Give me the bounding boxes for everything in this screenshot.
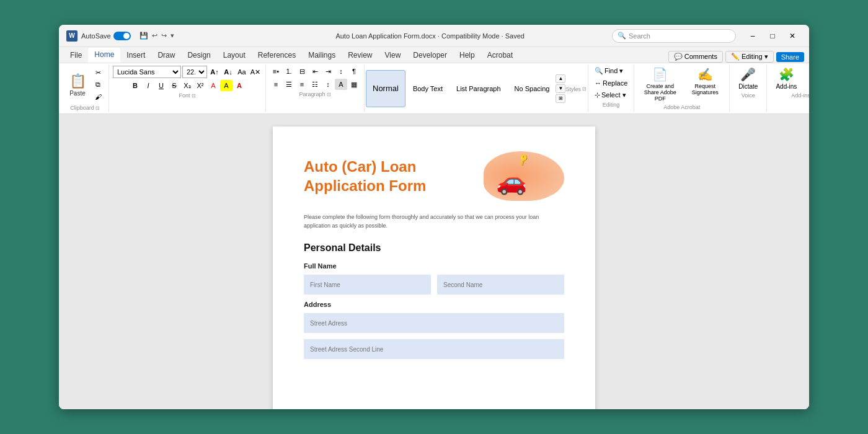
replace-button[interactable]: ↔ Replace <box>592 78 630 88</box>
format-painter-button[interactable]: 🖌 <box>91 91 105 102</box>
comments-button[interactable]: 💬 Comments <box>668 51 723 63</box>
select-button[interactable]: ⊹ Select ▾ <box>592 90 630 100</box>
tab-references[interactable]: References <box>252 48 302 63</box>
justify-button[interactable]: ☷ <box>309 79 321 90</box>
styles-scroll-up[interactable]: ▲ <box>556 74 565 83</box>
shading-button[interactable]: A <box>335 79 347 90</box>
replace-icon: ↔ <box>595 79 601 87</box>
editing-text: Editing <box>603 102 620 108</box>
styles-expand-icon[interactable]: ⊡ <box>582 86 587 92</box>
increase-font-button[interactable]: A↑ <box>208 66 221 78</box>
street-address-input[interactable] <box>304 313 564 333</box>
bullets-button[interactable]: ≡• <box>270 66 282 77</box>
style-normal[interactable]: Normal <box>366 70 405 107</box>
search-container[interactable]: 🔍 Search <box>612 29 736 43</box>
ribbon-group-font: Lucida Sans 22.5 A↑ A↓ Aa A✕ B I U S X₂ … <box>109 64 266 112</box>
form-header: Auto (Car) Loan Application Form 🔑 🚗 <box>304 151 564 201</box>
align-center-button[interactable]: ☰ <box>283 79 295 90</box>
superscript-button[interactable]: X² <box>194 80 206 91</box>
align-left-button[interactable]: ≡ <box>270 79 282 90</box>
more-icon[interactable]: ▾ <box>170 32 174 40</box>
minimize-button[interactable]: – <box>743 29 762 43</box>
clear-formatting-button[interactable]: A✕ <box>249 66 262 78</box>
styles-text: Styles <box>565 86 581 92</box>
cut-button[interactable]: ✂ <box>91 68 105 79</box>
dictate-button[interactable]: 🎤 Dictate <box>733 66 763 91</box>
tab-layout[interactable]: Layout <box>217 48 252 63</box>
redo-icon[interactable]: ↪ <box>161 32 167 40</box>
tab-view[interactable]: View <box>379 48 407 63</box>
street-address2-input[interactable] <box>304 339 564 359</box>
save-icon[interactable]: 💾 <box>140 32 148 40</box>
clipboard-label: Clipboard ⊡ <box>70 105 100 111</box>
borders-button[interactable]: ▦ <box>348 79 360 90</box>
voice-label: Voice <box>742 92 755 99</box>
ribbon-group-acrobat: 📄 Create and Share Adobe PDF ✍ Request S… <box>634 64 730 112</box>
find-icon: 🔍 <box>595 67 603 75</box>
show-formatting-button[interactable]: ¶ <box>348 66 360 77</box>
title-bar: W AutoSave 💾 ↩ ↪ ▾ Auto Loan Application… <box>59 25 809 47</box>
text-color-button[interactable]: A <box>233 80 246 91</box>
clipboard-text: Clipboard <box>70 105 94 111</box>
subscript-button[interactable]: X₂ <box>181 80 193 91</box>
tab-acrobat[interactable]: Acrobat <box>481 48 519 63</box>
tab-help[interactable]: Help <box>453 48 481 63</box>
copy-button[interactable]: ⧉ <box>91 79 105 91</box>
style-body-text[interactable]: Body Text <box>407 70 449 107</box>
second-name-input[interactable] <box>437 275 564 294</box>
highlight-button[interactable]: A <box>220 80 232 91</box>
tab-draw[interactable]: Draw <box>151 48 181 63</box>
share-button[interactable]: Share <box>776 52 804 62</box>
clipboard-expand-icon[interactable]: ⊡ <box>95 105 100 111</box>
sort-button[interactable]: ↕ <box>335 66 347 77</box>
request-signatures-button[interactable]: ✍ Request Signatures <box>684 66 725 103</box>
first-name-input[interactable] <box>304 275 431 294</box>
editing-button[interactable]: ✏️ Editing ▾ <box>725 51 774 63</box>
paragraph-text: Paragraph <box>299 91 325 97</box>
ribbon-right-buttons: 💬 Comments ✏️ Editing ▾ Share <box>668 51 804 63</box>
italic-button[interactable]: I <box>142 80 154 91</box>
close-button[interactable]: ✕ <box>783 29 802 43</box>
addins-button[interactable]: 🧩 Add-ins <box>771 66 802 91</box>
styles-expand[interactable]: ⊞ <box>556 94 565 103</box>
decrease-font-button[interactable]: A↓ <box>222 66 234 78</box>
font-name-selector[interactable]: Lucida Sans <box>113 66 181 78</box>
undo-icon[interactable]: ↩ <box>152 32 157 40</box>
align-right-button[interactable]: ≡ <box>296 79 308 90</box>
editor-button[interactable]: 📝 Editor <box>804 66 809 91</box>
paste-button[interactable]: 📋 Paste <box>65 71 90 98</box>
create-pdf-button[interactable]: 📄 Create and Share Adobe PDF <box>638 66 682 103</box>
tab-home[interactable]: Home <box>88 48 120 63</box>
select-label: Select ▾ <box>601 91 626 99</box>
increase-indent-button[interactable]: ⇥ <box>322 66 334 77</box>
addins-text: Add-ins <box>791 92 809 99</box>
autosave-toggle[interactable] <box>113 32 131 40</box>
line-spacing-button[interactable]: ↕ <box>322 79 334 90</box>
numbering-button[interactable]: 1. <box>283 66 295 77</box>
font-expand-icon[interactable]: ⊡ <box>192 93 196 99</box>
font-size-selector[interactable]: 22.5 <box>182 66 207 78</box>
tab-design[interactable]: Design <box>181 48 216 63</box>
underline-button[interactable]: U <box>155 80 167 91</box>
find-button[interactable]: 🔍 Find ▾ <box>592 66 630 76</box>
bold-button[interactable]: B <box>129 80 141 91</box>
acrobat-buttons: 📄 Create and Share Adobe PDF ✍ Request S… <box>638 66 725 103</box>
styles-scroll-down[interactable]: ▼ <box>556 84 565 93</box>
tab-developer[interactable]: Developer <box>407 48 453 63</box>
voice-text: Voice <box>742 92 755 99</box>
acrobat-text: Adobe Acrobat <box>663 104 700 110</box>
change-case-button[interactable]: Aa <box>236 66 248 78</box>
style-list-paragraph[interactable]: List Paragraph <box>450 70 507 107</box>
multilevel-list-button[interactable]: ⊟ <box>296 66 308 77</box>
style-no-spacing[interactable]: No Spacing <box>508 70 556 107</box>
tab-review[interactable]: Review <box>342 48 378 63</box>
editing-label: Editing <box>603 102 620 108</box>
tab-file[interactable]: File <box>64 48 88 63</box>
font-color-button[interactable]: A <box>207 80 219 91</box>
tab-mailings[interactable]: Mailings <box>302 48 342 63</box>
strikethrough-button[interactable]: S <box>168 80 180 91</box>
para-expand-icon[interactable]: ⊡ <box>327 92 331 97</box>
tab-insert[interactable]: Insert <box>120 48 151 63</box>
decrease-indent-button[interactable]: ⇤ <box>309 66 321 77</box>
maximize-button[interactable]: □ <box>763 29 782 43</box>
